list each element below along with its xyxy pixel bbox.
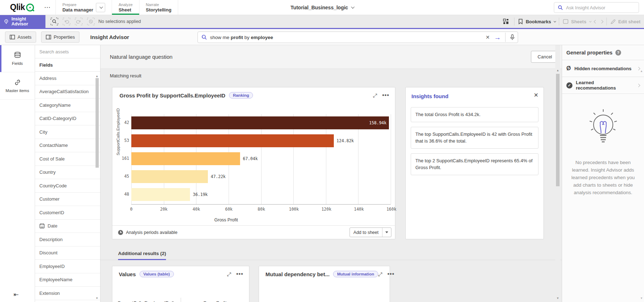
- field-item-catid-categoryid[interactable]: CatID-CategoryID: [35, 112, 100, 126]
- hidden-recommendations-row[interactable]: Ø Hidden recommendations: [562, 60, 644, 77]
- chart-plot: 42158.94k53124.82k16167.04k4547.22k4836.…: [131, 114, 391, 205]
- chevron-down-icon: [351, 5, 355, 9]
- insight-item[interactable]: The top 2 SupportCalls.EmployeeID repres…: [411, 153, 538, 175]
- smart-search-icon[interactable]: [50, 17, 59, 26]
- bar-row[interactable]: 4547.22k: [131, 170, 391, 183]
- field-item-label: EmployeeID: [39, 264, 65, 269]
- bar[interactable]: [131, 170, 208, 183]
- insight-item[interactable]: The total Gross Profit is 434.2k.: [411, 107, 538, 122]
- app-grid-icon[interactable]: [501, 17, 511, 26]
- field-item-contactname[interactable]: ContactName: [35, 139, 100, 153]
- expand-icon[interactable]: ⤢: [227, 272, 231, 277]
- collapse-panel-icon[interactable]: ⇤: [14, 291, 19, 298]
- x-tick-label: 100k: [289, 207, 299, 212]
- no-precedents-empty-state: No precedents have been learned. Insight…: [562, 107, 644, 197]
- bar-row[interactable]: 4836.19k: [131, 188, 391, 201]
- properties-panel-button[interactable]: Properties: [41, 32, 79, 43]
- submit-query-icon[interactable]: →: [494, 34, 501, 41]
- tab-prepare[interactable]: Prepare Data manager: [55, 0, 112, 15]
- rail-tab-master-items[interactable]: Master items: [0, 72, 35, 100]
- scroll-up-icon[interactable]: ▲: [556, 69, 559, 72]
- nlq-search-input[interactable]: show me profit by employee ✕ →: [197, 32, 518, 43]
- bar-row[interactable]: 42158.94k: [131, 116, 391, 129]
- mutual-information-badge: Mutual information: [333, 271, 378, 277]
- tab-analyze[interactable]: Analyze Sheet: [112, 0, 139, 15]
- tab-additional-results[interactable]: Additional results (2): [118, 251, 166, 260]
- expand-icon[interactable]: ⤢: [373, 93, 377, 98]
- assets-button-label: Assets: [18, 34, 31, 40]
- bar-value-label: 124.82k: [337, 138, 354, 143]
- add-to-sheet-dropdown[interactable]: [382, 228, 391, 237]
- main-scrollbar[interactable]: ▲ ▼: [555, 45, 560, 302]
- scrollbar-thumb[interactable]: [96, 78, 99, 168]
- bookmark-icon: [518, 19, 523, 24]
- chart-card[interactable]: Gross Profit by SupportCalls.EmployeeID …: [112, 87, 395, 239]
- add-to-sheet-button[interactable]: Add to sheet: [350, 227, 391, 237]
- assets-panel-button[interactable]: Assets: [5, 32, 36, 43]
- search-assets-input[interactable]: Search assets: [35, 45, 100, 58]
- field-item-countrycode[interactable]: CountryCode: [35, 179, 100, 193]
- scroll-down-icon[interactable]: ▼: [640, 297, 643, 300]
- field-item-address[interactable]: Address: [35, 72, 100, 85]
- field-item-averagecallsatisfaction[interactable]: AverageCallSatisfaction: [35, 85, 100, 99]
- values-card[interactable]: Values Values (table) ⤢ ••• SupportCalls…: [112, 266, 249, 302]
- tab-analyze-label: Sheet: [118, 7, 132, 13]
- insight-advisor-button[interactable]: Insight Advisor: [0, 15, 45, 28]
- field-item-customer[interactable]: Customer: [35, 193, 100, 206]
- field-item-country[interactable]: Country: [35, 166, 100, 179]
- cancel-button[interactable]: Cancel: [531, 51, 559, 63]
- learned-recommendations-row[interactable]: ✓ Learned recommendations: [562, 77, 644, 94]
- top-bar: Qlik ⋯ Prepare Data manager Analyze Shee…: [0, 0, 644, 15]
- more-options-icon[interactable]: •••: [382, 94, 389, 96]
- bar[interactable]: [131, 134, 334, 147]
- global-menu-button[interactable]: ⋯: [39, 4, 55, 11]
- general-properties-panel: General properties ? Ø Hidden recommenda…: [562, 45, 644, 302]
- scroll-down-icon[interactable]: ▼: [556, 297, 559, 300]
- content-area: Fields Master items ⇤ Search assets Fiel…: [0, 45, 644, 302]
- field-item-discount[interactable]: Discount: [35, 246, 100, 260]
- field-item-date[interactable]: 12Date: [35, 220, 100, 233]
- expand-icon[interactable]: ⤢: [378, 272, 382, 277]
- scrollbar-thumb[interactable]: [556, 74, 560, 186]
- assets-scrollbar[interactable]: ▲ ▼: [96, 75, 99, 300]
- tab-narrate[interactable]: Narrate Storytelling: [139, 0, 179, 15]
- bar[interactable]: [131, 152, 240, 165]
- insight-item[interactable]: The top SupportCalls.EmployeeID is 42 wi…: [411, 127, 538, 149]
- field-item-description[interactable]: Description: [35, 233, 100, 246]
- bookmarks-button[interactable]: Bookmarks: [518, 19, 555, 24]
- mutual-dependency-card[interactable]: Mutual dependency bet... Mutual informat…: [259, 266, 390, 302]
- ask-insight-advisor-placeholder: Ask Insight Advisor: [566, 5, 605, 10]
- prepare-dropdown-button[interactable]: [96, 3, 105, 12]
- bar-row[interactable]: 16167.04k: [131, 152, 391, 165]
- microphone-icon[interactable]: [510, 34, 515, 40]
- values-col-employeeid[interactable]: SupportCalls.EmployeeID: [112, 298, 181, 302]
- x-tick-label: 0: [130, 207, 133, 212]
- field-item-city[interactable]: City: [35, 125, 100, 139]
- bar-value-label: 47.22k: [211, 174, 226, 179]
- close-icon[interactable]: ✕: [534, 92, 538, 99]
- field-item-employeeid[interactable]: EmployeeID: [35, 260, 100, 273]
- values-col-gross-profit[interactable]: Gross Profit: [181, 298, 249, 302]
- scroll-up-icon[interactable]: ▲: [640, 69, 643, 73]
- main-area: Natural language question Cancel Matchin…: [101, 45, 562, 302]
- scroll-up-icon[interactable]: ▲: [96, 75, 98, 78]
- more-options-icon[interactable]: •••: [387, 273, 395, 275]
- rail-tab-fields[interactable]: Fields: [0, 45, 35, 72]
- more-options-icon[interactable]: •••: [236, 273, 243, 275]
- field-item-label: CountryCode: [39, 183, 67, 188]
- field-item-employeename[interactable]: EmployeeName: [35, 273, 100, 287]
- bar-row[interactable]: 53124.82k: [131, 134, 391, 147]
- scroll-down-icon[interactable]: ▼: [96, 297, 98, 300]
- edit-sheet-label: Edit sheet: [618, 19, 640, 24]
- bar[interactable]: [131, 188, 190, 201]
- app-title-menu[interactable]: Tutorial_Business_logic: [291, 0, 353, 15]
- clear-query-icon[interactable]: ✕: [486, 34, 490, 40]
- field-item-categoryname[interactable]: CategoryName: [35, 99, 100, 112]
- field-item-customerid[interactable]: CustomerID: [35, 206, 100, 220]
- field-item-extension[interactable]: Extension: [35, 287, 100, 300]
- help-icon[interactable]: ?: [615, 50, 621, 56]
- ask-insight-advisor-input[interactable]: Ask Insight Advisor: [554, 2, 639, 13]
- bar[interactable]: [131, 116, 389, 129]
- input-divider: [505, 33, 506, 42]
- field-item-cost-of-sale[interactable]: Cost of Sale: [35, 152, 100, 166]
